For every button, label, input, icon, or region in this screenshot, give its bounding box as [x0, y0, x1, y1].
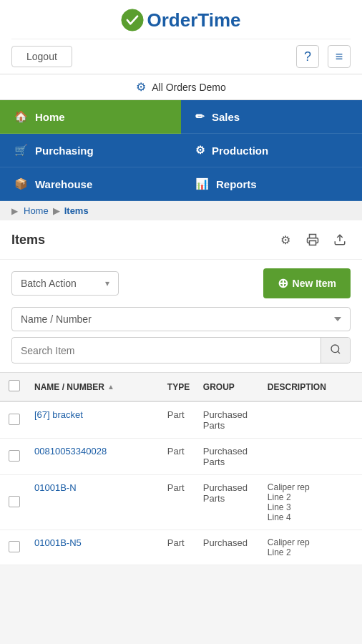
table-row: [67] bracket Part Purchased Parts [0, 401, 362, 439]
filter-row: Name / Number Type Group Description [0, 307, 362, 337]
header-action-icons: ⚙ [275, 229, 351, 250]
th-checkbox [0, 373, 29, 402]
batch-action-label: Batch Action [21, 278, 77, 289]
search-button[interactable] [321, 338, 350, 363]
nav-item-warehouse[interactable]: 📦 Warehouse [0, 167, 181, 201]
breadcrumb-expand-icon[interactable]: ▶ [11, 206, 18, 216]
new-item-button[interactable]: ⊕ New Item [263, 268, 351, 298]
select-all-checkbox[interactable] [9, 380, 20, 391]
logo-area: OrderTime [11, 9, 351, 39]
help-icon[interactable]: ? [296, 45, 319, 68]
logo-icon [121, 9, 144, 31]
row-group-cell: Purchased [197, 530, 262, 565]
settings-icon: ⚙ [136, 80, 146, 94]
row-group-cell: Purchased Parts [197, 439, 262, 475]
row-name-cell: 01001B-N5 [29, 530, 162, 565]
nav-item-purchasing[interactable]: 🛒 Purchasing [0, 134, 181, 167]
row-name-cell: 00810053340028 [29, 439, 162, 475]
row-checkbox-cell [0, 530, 29, 565]
th-name[interactable]: NAME / NUMBER ▲ [29, 373, 162, 402]
row-desc-cell [262, 439, 362, 475]
th-type[interactable]: TYPE [162, 373, 197, 402]
breadcrumb-separator: ▶ [53, 205, 60, 216]
svg-line-4 [338, 351, 340, 353]
nav-label-reports: Reports [216, 178, 257, 190]
desc-line1: Caliper rep [268, 537, 310, 547]
breadcrumb: ▶ Home ▶ Items [0, 201, 362, 220]
table-header: NAME / NUMBER ▲ TYPE GROUP DESCRIPTION [0, 373, 362, 402]
row-group-cell: Purchased Parts [197, 475, 262, 530]
nav-item-reports[interactable]: 📊 Reports [181, 167, 362, 201]
desc-line2: Line 2 [268, 492, 291, 502]
demo-banner: ⚙ All Orders Demo [0, 74, 362, 100]
th-group[interactable]: GROUP [197, 373, 262, 402]
row-type-cell: Part [162, 475, 197, 530]
row-checkbox-cell [0, 475, 29, 530]
export-icon[interactable] [329, 229, 351, 250]
table-row: 01001B-N5 Part Purchased Caliper rep Lin… [0, 530, 362, 565]
nav-label-purchasing: Purchasing [35, 145, 94, 157]
row-checkbox[interactable] [9, 496, 20, 507]
warehouse-icon: 📦 [14, 177, 28, 190]
row-desc-cell [262, 401, 362, 439]
menu-icon[interactable]: ≡ [328, 45, 351, 68]
logout-button[interactable]: Logout [11, 46, 72, 67]
cart-icon: 🛒 [14, 144, 28, 157]
desc-line4: Line 4 [268, 512, 291, 522]
items-table: NAME / NUMBER ▲ TYPE GROUP DESCRIPTION [0, 372, 362, 565]
nav-item-home[interactable]: 🏠 Home [0, 100, 181, 134]
row-type-cell: Part [162, 439, 197, 475]
search-wrapper [11, 337, 351, 364]
batch-action-dropdown[interactable]: Batch Action ▾ [11, 271, 119, 296]
svg-rect-1 [310, 241, 316, 245]
desc-line1: Caliper rep [268, 482, 310, 492]
col-header-group: GROUP [203, 382, 235, 392]
row-checkbox[interactable] [9, 541, 20, 552]
chevron-down-icon: ▾ [105, 278, 109, 288]
header: OrderTime Logout ? ≡ [0, 0, 362, 74]
reports-icon: 📊 [195, 177, 209, 190]
col-header-type: TYPE [167, 382, 190, 392]
row-name-cell: [67] bracket [29, 401, 162, 439]
row-checkbox[interactable] [9, 450, 20, 462]
nav-item-production[interactable]: ⚙ Production [181, 134, 362, 167]
nav-item-sales[interactable]: ✏ Sales [181, 100, 362, 134]
row-checkbox-cell [0, 439, 29, 475]
table-row: 01001B-N Part Purchased Parts Caliper re… [0, 475, 362, 530]
item-link[interactable]: 01001B-N [34, 482, 77, 493]
breadcrumb-home-link[interactable]: Home [24, 205, 49, 216]
col-header-name: NAME / NUMBER [34, 382, 104, 392]
page-title: Items [11, 233, 45, 248]
logo-time: Time [197, 9, 240, 31]
item-link[interactable]: 00810053340028 [34, 446, 107, 457]
search-input[interactable] [12, 339, 321, 362]
logo: OrderTime [121, 9, 240, 31]
search-row [0, 337, 362, 372]
top-bar: Logout ? ≡ [11, 39, 351, 74]
filter-select[interactable]: Name / Number Type Group Description [11, 307, 351, 331]
new-item-label: New Item [293, 278, 336, 289]
svg-point-0 [122, 9, 143, 31]
item-link[interactable]: [67] bracket [34, 409, 83, 420]
table-body: [67] bracket Part Purchased Parts 008100… [0, 401, 362, 565]
demo-banner-text: All Orders Demo [152, 82, 225, 93]
print-icon[interactable] [302, 229, 323, 250]
row-group-cell: Purchased Parts [197, 401, 262, 439]
desc-line3: Line 3 [268, 502, 291, 512]
production-icon: ⚙ [195, 144, 205, 157]
toolbar: Batch Action ▾ ⊕ New Item [0, 260, 362, 307]
desc-line2: Line 2 [268, 547, 291, 557]
svg-point-3 [331, 345, 339, 353]
settings-icon[interactable]: ⚙ [275, 229, 296, 250]
breadcrumb-current: Items [64, 205, 89, 216]
th-description[interactable]: DESCRIPTION [262, 373, 362, 402]
row-checkbox[interactable] [9, 414, 20, 425]
nav-label-production: Production [212, 145, 268, 157]
nav-label-sales: Sales [212, 111, 240, 123]
row-type-cell: Part [162, 401, 197, 439]
home-icon: 🏠 [14, 110, 28, 123]
item-link[interactable]: 01001B-N5 [34, 537, 82, 548]
row-name-cell: 01001B-N [29, 475, 162, 530]
row-desc-cell: Caliper rep Line 2 [262, 530, 362, 565]
table-row: 00810053340028 Part Purchased Parts [0, 439, 362, 475]
